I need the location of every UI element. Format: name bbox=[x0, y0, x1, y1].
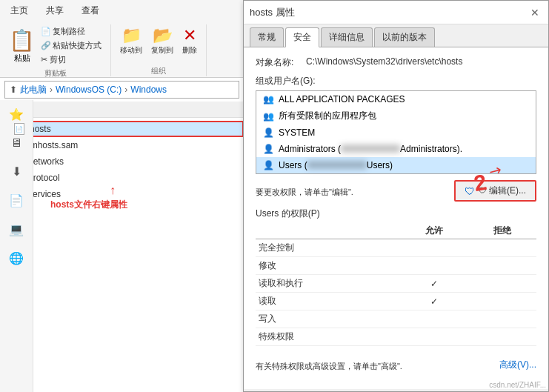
file-item-lmhosts[interactable]: 📄 lmhosts.sam bbox=[0, 137, 244, 153]
perm-fullcontrol-deny bbox=[468, 239, 536, 257]
explorer-panel: 主页 共享 查看 📋 粘贴 📄 复制路径 bbox=[0, 0, 244, 392]
group-icon-4: 👤 bbox=[262, 159, 274, 171]
perm-read-deny bbox=[468, 293, 536, 310]
perm-modify-deny bbox=[468, 257, 536, 275]
perm-fullcontrol-label: 完全控制 bbox=[256, 239, 400, 257]
advanced-row: 有关特殊权限或高级设置，请单击"高级". 高级(V)... bbox=[256, 355, 536, 375]
permissions-section: Users 的权限(P) 允许 拒绝 完全控制 bbox=[256, 207, 536, 346]
dialog-close-btn[interactable]: ✕ bbox=[528, 5, 542, 20]
perm-row-read: 读取 ✓ bbox=[256, 293, 536, 310]
organize-group: 📁 移动到 📂 复制到 ✕ 删除 组织 bbox=[117, 24, 207, 76]
group-name-2: SYSTEM bbox=[279, 127, 315, 138]
perm-fullcontrol-allow bbox=[400, 239, 468, 257]
perm-write-label: 写入 bbox=[256, 310, 400, 328]
paste-shortcut-btn[interactable]: 🔗 粘贴快捷方式 bbox=[38, 39, 104, 53]
tab-view[interactable]: 查看 bbox=[77, 3, 104, 19]
perm-modify-label: 修改 bbox=[256, 257, 400, 275]
lmhosts-filename: lmhosts.sam bbox=[28, 140, 78, 150]
group-list-box[interactable]: 👥 ALL APPLICATION PACKAGES 👥 所有受限制的应用程序包… bbox=[256, 90, 536, 174]
file-item-protocol[interactable]: 📄 protocol bbox=[0, 170, 244, 186]
perm-header: Users 的权限(P) bbox=[256, 207, 536, 220]
networks-filename: networks bbox=[28, 156, 64, 167]
move-to-btn[interactable]: 📁 移动到 bbox=[117, 24, 145, 57]
dialog-titlebar: hosts 属性 ✕ bbox=[244, 1, 548, 24]
advanced-btn[interactable]: 高级(V)... bbox=[499, 359, 536, 371]
doc-icon: 📄 bbox=[14, 123, 24, 135]
group-header: 组或用户名(G): bbox=[256, 75, 536, 87]
perm-read-label: 读取 bbox=[256, 293, 400, 310]
breadcrumb-pc[interactable]: 此电脑 bbox=[20, 84, 47, 96]
object-row: 对象名称: C:\Windows\System32\drivers\etc\ho… bbox=[256, 56, 536, 69]
hosts-file-icon: 📄 bbox=[13, 123, 25, 135]
group-name-4-blurred: XXXXXXXXXX bbox=[307, 160, 367, 170]
copy-path-btn[interactable]: 📄 复制路径 bbox=[38, 24, 104, 39]
perm-row-special: 特殊权限 bbox=[256, 328, 536, 346]
breadcrumb: 此电脑 › WindowsOS (C:) › Windows bbox=[20, 84, 167, 96]
perm-readexec-allow: ✓ bbox=[400, 275, 468, 293]
edit-btn-label: 🛡 编辑(E)... bbox=[478, 185, 526, 197]
breadcrumb-c[interactable]: WindowsOS (C:) bbox=[56, 84, 122, 95]
object-label: 对象名称: bbox=[256, 56, 300, 69]
col-deny: 拒绝 bbox=[468, 223, 536, 239]
nav-network[interactable]: 🌐 bbox=[3, 250, 30, 267]
perm-table: 允许 拒绝 完全控制 修改 读取 bbox=[256, 223, 536, 346]
tab-security[interactable]: 安全 bbox=[285, 27, 319, 47]
perm-row-write: 写入 bbox=[256, 310, 536, 328]
edit-permissions-btn[interactable]: 🛡 🛡 编辑(E)... bbox=[454, 180, 536, 202]
group-name-4-prefix: Users ( bbox=[279, 160, 307, 170]
clipboard-inner: 📋 粘贴 📄 复制路径 🔗 粘贴快捷方式 bbox=[6, 24, 104, 67]
copy-to-btn[interactable]: 📂 复制到 bbox=[148, 24, 176, 57]
tab-details[interactable]: 详细信息 bbox=[321, 27, 373, 47]
object-value: C:\Windows\System32\drivers\etc\hosts bbox=[306, 56, 462, 67]
paste-btn[interactable]: 📋 粘贴 bbox=[6, 24, 38, 67]
cut-btn[interactable]: ✂ 剪切 bbox=[38, 53, 104, 67]
perm-row-readexec: 读取和执行 ✓ bbox=[256, 275, 536, 293]
group-item-restricted[interactable]: 👥 所有受限制的应用程序包 bbox=[256, 107, 536, 124]
nav-recent[interactable]: ⭐ bbox=[3, 106, 30, 123]
group-item-system[interactable]: 👤 SYSTEM bbox=[256, 124, 536, 141]
dialog-tabs: 常规 安全 详细信息 以前的版本 bbox=[244, 24, 548, 47]
file-list-header: 名称 bbox=[0, 102, 244, 118]
group-icon-0: 👥 bbox=[262, 93, 274, 105]
ribbon-content: 📋 粘贴 📄 复制路径 🔗 粘贴快捷方式 bbox=[6, 21, 238, 79]
file-area: ⭐ 🖥 ⬇ 📄 💻 🌐 📄 hosts 📄 lmhosts.sam 📄 netw… bbox=[0, 118, 244, 388]
group-name-3-suffix: Administrators). bbox=[400, 144, 462, 154]
group-name-1: 所有受限制的应用程序包 bbox=[279, 110, 376, 122]
group-name-4-suffix: Users) bbox=[367, 160, 393, 170]
nav-pc[interactable]: 💻 bbox=[3, 221, 30, 238]
file-item-hosts[interactable]: 📄 hosts bbox=[0, 121, 244, 137]
dialog-content: 对象名称: C:\Windows\System32\drivers\etc\ho… bbox=[244, 47, 548, 389]
shield-icon: 🛡 bbox=[465, 185, 475, 197]
perm-special-label: 特殊权限 bbox=[256, 328, 400, 346]
change-note: 要更改权限，请单击"编辑". bbox=[256, 187, 353, 198]
perm-modify-allow bbox=[400, 257, 468, 275]
tab-general[interactable]: 常规 bbox=[250, 27, 284, 47]
back-arrow[interactable]: ⬆ bbox=[10, 84, 17, 95]
nav-downloads[interactable]: ⬇ bbox=[3, 163, 30, 180]
delete-btn[interactable]: ✕ 删除 bbox=[179, 24, 200, 57]
tab-share[interactable]: 共享 bbox=[41, 3, 68, 19]
tab-previous[interactable]: 以前的版本 bbox=[374, 27, 435, 47]
group-icon-2: 👤 bbox=[262, 127, 274, 139]
edit-row: 要更改权限，请单击"编辑". 🛡 🛡 编辑(E)... bbox=[256, 180, 536, 202]
group-name-3-blurred: XXXXXXXXXX bbox=[341, 144, 400, 154]
perm-write-allow bbox=[400, 310, 468, 328]
file-item-networks[interactable]: 📄 networks bbox=[0, 153, 244, 170]
tab-home[interactable]: 主页 bbox=[6, 3, 33, 19]
group-item-users[interactable]: 👤 Users ( XXXXXXXXXX Users) bbox=[256, 157, 536, 173]
nav-docs[interactable]: 📄 bbox=[3, 192, 30, 209]
address-bar[interactable]: ⬆ 此电脑 › WindowsOS (C:) › Windows bbox=[4, 81, 239, 99]
group-icon-1: 👥 bbox=[262, 110, 274, 122]
ribbon: 主页 共享 查看 📋 粘贴 📄 复制路径 bbox=[0, 0, 244, 78]
perm-special-deny bbox=[468, 328, 536, 346]
file-item-services[interactable]: 📄 services bbox=[0, 186, 244, 202]
group-name-0: ALL APPLICATION PACKAGES bbox=[279, 94, 405, 104]
group-item-all-packages[interactable]: 👥 ALL APPLICATION PACKAGES bbox=[256, 91, 536, 107]
col-allow: 允许 bbox=[400, 223, 468, 239]
nav-sidebar: ⭐ 🖥 ⬇ 📄 💻 🌐 bbox=[0, 100, 33, 392]
breadcrumb-windows[interactable]: Windows bbox=[130, 84, 167, 95]
advanced-note: 有关特殊权限或高级设置，请单击"高级". bbox=[256, 361, 402, 372]
perm-special-allow bbox=[400, 328, 468, 346]
nav-desktop[interactable]: 🖥 bbox=[3, 135, 30, 151]
group-item-admins[interactable]: 👤 Administrators ( XXXXXXXXXX Administra… bbox=[256, 141, 536, 157]
